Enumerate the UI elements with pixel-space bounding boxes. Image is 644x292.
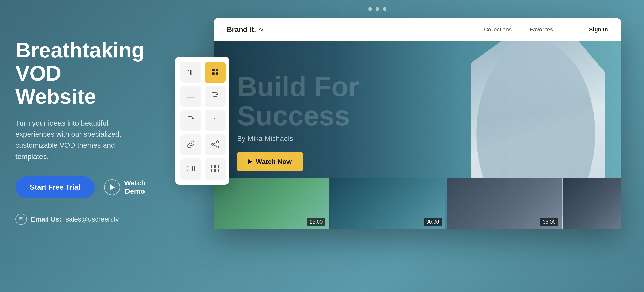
thumb-4-image (563, 178, 621, 229)
tool-divider-button[interactable] (180, 86, 201, 107)
video-icon (187, 165, 195, 173)
hero-title-line1: Build For (237, 72, 359, 101)
demo-label: Watch Demo (124, 179, 146, 196)
hero-title: Build For Success (237, 72, 359, 130)
folder-icon (211, 117, 219, 125)
left-panel: Breathtaking VOD Website Turn your ideas… (15, 39, 144, 225)
svg-rect-14 (216, 169, 219, 172)
browser-window: Brand it. ∿ Collections Favorites Sign I… (214, 18, 621, 229)
subtext: Turn your ideas into beautiful experienc… (15, 118, 134, 162)
browser-dot-1 (368, 7, 372, 11)
nav-links: Collections Favorites Sign In (484, 26, 608, 33)
svg-rect-2 (212, 72, 215, 75)
right-panel: Brand it. ∿ Collections Favorites Sign I… (167, 0, 644, 292)
start-trial-button[interactable]: Start Free Trial (15, 176, 95, 198)
hero-title-line2: Success (237, 101, 359, 130)
thumb-3[interactable]: 35:00 (447, 178, 562, 229)
hero-section: Build For Success By Mika Michaels Watch… (214, 41, 621, 229)
email-prefix: Email Us: (31, 215, 62, 223)
svg-point-5 (217, 141, 219, 143)
nav-signin[interactable]: Sign In (589, 26, 608, 33)
svg-rect-3 (216, 72, 218, 75)
tool-video-button[interactable] (180, 158, 201, 180)
thumb-1-time: 28:00 (307, 218, 325, 226)
tool-file-button[interactable] (205, 86, 226, 107)
tool-add-file-button[interactable] (180, 110, 201, 131)
thumb-2-time: 30:00 (424, 218, 442, 226)
nav-bar: Brand it. ∿ Collections Favorites Sign I… (214, 18, 621, 41)
divider-icon (187, 93, 195, 100)
thumb-4[interactable] (563, 178, 621, 229)
tool-grid-button[interactable] (205, 158, 226, 180)
svg-rect-1 (216, 69, 218, 71)
svg-rect-13 (211, 169, 215, 172)
headline: Breathtaking VOD Website (15, 39, 144, 108)
hero-text-area: Build For Success By Mika Michaels Watch… (237, 72, 359, 171)
grid-icon (211, 164, 219, 174)
tools-widget: T (175, 57, 229, 185)
nav-collections[interactable]: Collections (484, 26, 512, 33)
svg-rect-12 (216, 165, 219, 168)
add-file-icon (187, 116, 194, 126)
watch-now-label: Watch Now (256, 158, 292, 166)
svg-point-7 (217, 146, 219, 148)
browser-dots (368, 7, 386, 11)
text-icon: T (188, 68, 193, 76)
svg-point-6 (211, 143, 214, 145)
svg-rect-10 (187, 166, 193, 171)
share-icon (211, 140, 219, 150)
link-icon (187, 140, 195, 150)
play-triangle-icon (110, 184, 115, 190)
thumb-3-time: 35:00 (540, 218, 558, 226)
email-address: sales@uscreen.tv (66, 215, 119, 223)
nav-favorites[interactable]: Favorites (530, 26, 553, 33)
file-icon (211, 92, 219, 101)
tool-text-button[interactable]: T (180, 62, 201, 83)
email-icon: ✉ (15, 214, 27, 225)
svg-line-9 (214, 145, 217, 146)
tool-layout-button[interactable] (205, 62, 226, 83)
svg-rect-0 (212, 69, 215, 71)
layout-icon (211, 68, 219, 77)
browser-dot-3 (383, 7, 386, 11)
hero-byline: By Mika Michaels (237, 135, 359, 143)
tool-link-button[interactable] (180, 134, 201, 155)
play-circle-icon (104, 179, 120, 195)
watch-now-play-icon (248, 159, 252, 164)
nav-logo: Brand it. ∿ (227, 25, 263, 34)
logo-script: ∿ (259, 26, 263, 33)
thumb-2[interactable]: 30:00 (330, 178, 445, 229)
watch-now-button[interactable]: Watch Now (237, 152, 303, 171)
svg-line-8 (214, 142, 217, 144)
thumb-1[interactable]: 28:00 (214, 178, 329, 229)
email-row: ✉ Email Us: sales@uscreen.tv (15, 214, 144, 225)
svg-rect-11 (211, 165, 215, 168)
cta-group: Start Free Trial Watch Demo (15, 176, 144, 198)
tool-share-button[interactable] (205, 134, 226, 155)
browser-dot-2 (376, 7, 379, 11)
watch-demo-button[interactable]: Watch Demo (104, 179, 146, 196)
thumbnails-row: 28:00 30:00 35:00 (214, 178, 621, 229)
logo-text: Brand it. (227, 25, 256, 34)
tool-folder-button[interactable] (205, 110, 226, 131)
